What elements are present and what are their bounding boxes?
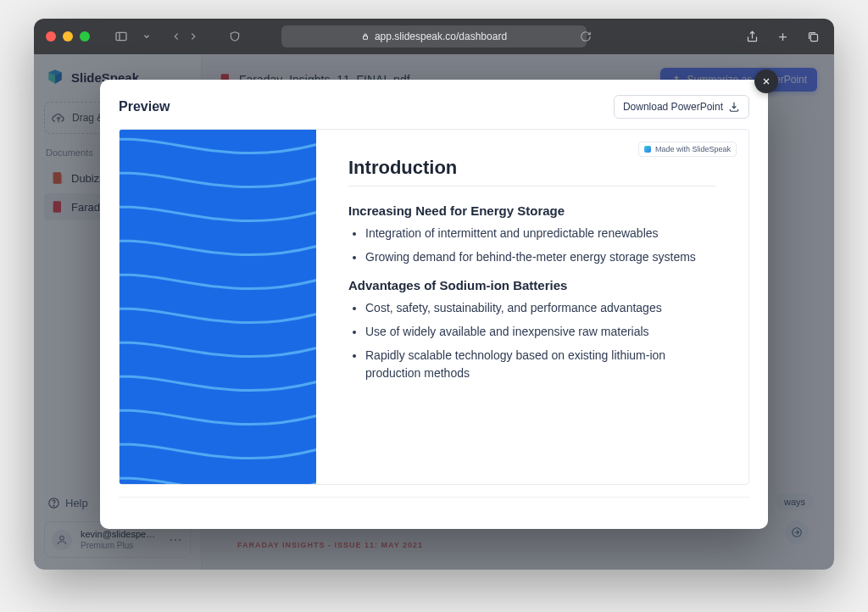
chevron-down-icon[interactable] bbox=[137, 27, 156, 46]
svg-rect-18 bbox=[120, 130, 316, 484]
shield-icon[interactable] bbox=[225, 27, 244, 46]
slide-preview: Made with SlideSpeak Introduction Increa… bbox=[119, 129, 749, 485]
address-bar[interactable]: app.slidespeak.co/dashboard bbox=[281, 25, 587, 47]
section-heading: Increasing Need for Energy Storage bbox=[348, 203, 716, 218]
bullet-item: Rapidly scalable technology based on exi… bbox=[365, 347, 716, 383]
download-icon bbox=[728, 101, 740, 113]
traffic-lights bbox=[46, 31, 90, 42]
browser-titlebar: app.slidespeak.co/dashboard bbox=[34, 19, 834, 54]
bullet-list: Cost, safety, sustainability, and perfor… bbox=[348, 299, 716, 383]
svg-rect-0 bbox=[116, 32, 126, 40]
divider bbox=[348, 186, 716, 186]
window-minimize-icon[interactable] bbox=[63, 31, 73, 42]
close-icon bbox=[761, 76, 771, 86]
download-button[interactable]: Download PowerPoint bbox=[614, 95, 749, 119]
bullet-item: Growing demand for behind-the-meter ener… bbox=[365, 248, 716, 267]
modal-footer-input[interactable] bbox=[119, 497, 749, 529]
new-tab-icon[interactable] bbox=[773, 27, 792, 46]
modal-overlay[interactable]: Preview Download PowerPoint bbox=[34, 54, 834, 570]
made-with-badge: Made with SlideSpeak bbox=[638, 142, 737, 157]
lock-icon bbox=[361, 32, 370, 41]
slide-body: Made with SlideSpeak Introduction Increa… bbox=[316, 130, 748, 484]
share-icon[interactable] bbox=[743, 27, 761, 46]
slide-title: Introduction bbox=[348, 157, 716, 179]
slide-decorative-art bbox=[120, 130, 316, 484]
modal-header: Preview Download PowerPoint bbox=[119, 95, 749, 119]
download-label: Download PowerPoint bbox=[623, 101, 723, 113]
tabs-icon[interactable] bbox=[804, 27, 822, 46]
brand-mark-icon bbox=[644, 146, 651, 153]
app-root: SlideSpeak Drag & d Documents Dubizzle F… bbox=[34, 54, 834, 570]
reload-icon[interactable] bbox=[576, 27, 595, 46]
badge-label: Made with SlideSpeak bbox=[655, 145, 731, 153]
address-url: app.slidespeak.co/dashboard bbox=[375, 31, 507, 42]
close-button[interactable] bbox=[754, 70, 778, 93]
nav-forward-icon[interactable] bbox=[186, 27, 200, 46]
sidebar-toggle-icon[interactable] bbox=[112, 27, 131, 46]
section-heading: Advantages of Sodium-ion Batteries bbox=[348, 278, 716, 292]
svg-rect-6 bbox=[810, 34, 817, 41]
nav-back-icon[interactable] bbox=[170, 27, 183, 46]
bullet-item: Use of widely available and inexpensive … bbox=[365, 323, 716, 342]
svg-rect-2 bbox=[363, 36, 367, 40]
browser-window: app.slidespeak.co/dashboard SlideSpeak bbox=[34, 19, 834, 570]
bullet-list: Integration of intermittent and unpredic… bbox=[348, 225, 716, 266]
window-close-icon[interactable] bbox=[46, 31, 56, 42]
preview-modal: Preview Download PowerPoint bbox=[100, 80, 768, 529]
bullet-item: Cost, safety, sustainability, and perfor… bbox=[365, 299, 716, 318]
window-zoom-icon[interactable] bbox=[80, 31, 90, 42]
bullet-item: Integration of intermittent and unpredic… bbox=[365, 225, 716, 243]
modal-title: Preview bbox=[119, 99, 170, 114]
